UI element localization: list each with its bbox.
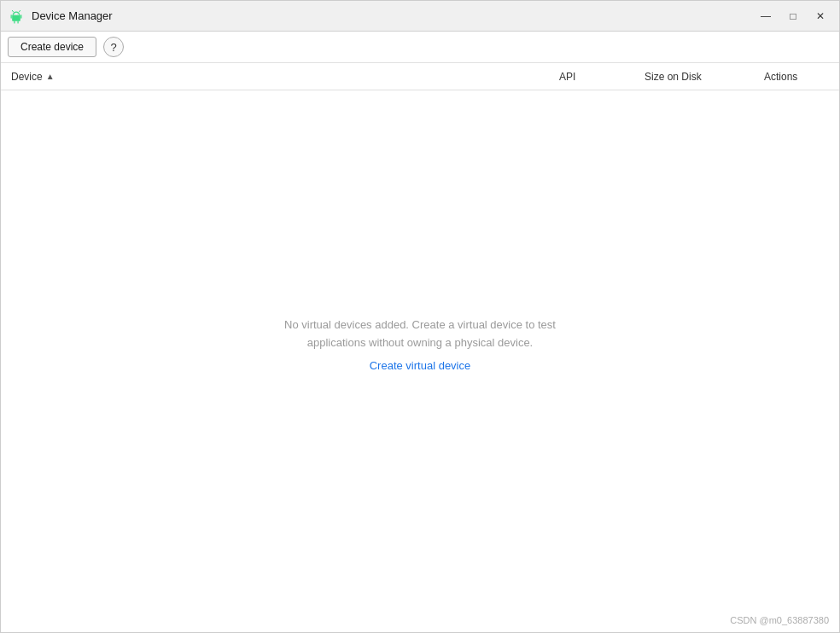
empty-line1: No virtual devices added. Create a virtu… <box>284 318 556 331</box>
watermark: CSDN @m0_63887380 <box>730 615 829 625</box>
title-bar-left: Device Manager <box>8 8 113 25</box>
create-virtual-device-link[interactable]: Create virtual device <box>370 359 471 372</box>
table-header: Device ▲ API Size on Disk Actions <box>1 63 839 90</box>
column-header-actions: Actions <box>754 71 839 83</box>
empty-state-text: No virtual devices added. Create a virtu… <box>284 316 556 352</box>
column-header-device[interactable]: Device ▲ <box>1 71 549 83</box>
column-header-api[interactable]: API <box>549 71 634 83</box>
help-button[interactable]: ? <box>103 37 124 57</box>
empty-state: No virtual devices added. Create a virtu… <box>284 316 556 372</box>
sort-arrow-icon: ▲ <box>46 72 55 81</box>
svg-line-6 <box>12 10 13 12</box>
table-content: No virtual devices added. Create a virtu… <box>1 90 839 632</box>
close-button[interactable]: ✕ <box>808 7 832 26</box>
window-title: Device Manager <box>32 9 113 22</box>
svg-point-1 <box>18 13 19 14</box>
column-header-size-on-disk[interactable]: Size on Disk <box>634 71 754 83</box>
maximize-button[interactable]: □ <box>781 7 805 26</box>
toolbar: Create device ? <box>1 32 839 63</box>
svg-point-0 <box>14 13 15 14</box>
svg-line-7 <box>19 10 20 12</box>
title-bar: Device Manager — □ ✕ <box>1 1 839 32</box>
empty-line2: applications without owning a physical d… <box>307 336 534 349</box>
create-device-button[interactable]: Create device <box>8 37 96 57</box>
android-icon <box>8 8 25 25</box>
minimize-button[interactable]: — <box>754 7 778 26</box>
device-manager-window: Device Manager — □ ✕ Create device ? Dev… <box>0 0 840 633</box>
title-bar-controls: — □ ✕ <box>754 7 832 26</box>
